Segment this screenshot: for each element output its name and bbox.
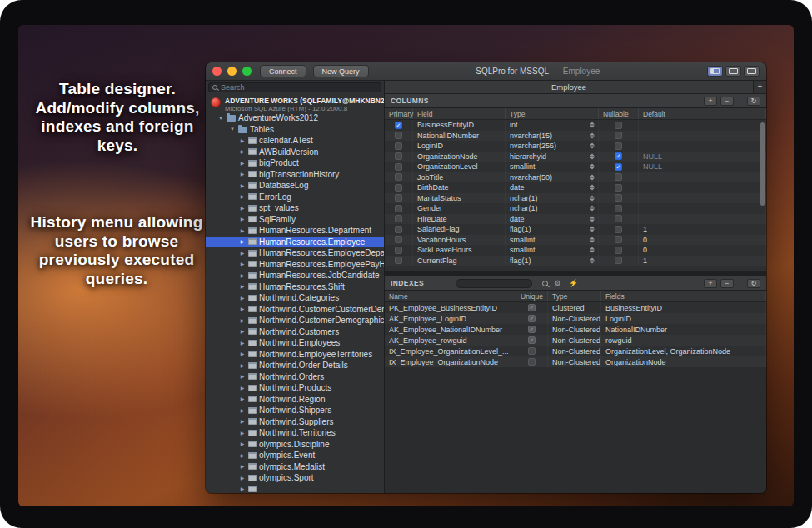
column-row[interactable]: SickLeaveHourssmallint0 [385,245,766,256]
primary-checkbox[interactable] [395,205,402,212]
disclosure-closed-icon[interactable]: ▶ [239,205,246,212]
index-type-cell[interactable]: Non-Clustered [548,346,601,356]
disclosure-closed-icon[interactable]: ▶ [239,407,246,414]
header-index-type[interactable]: Type [548,291,601,301]
unique-checkbox[interactable]: ✓ [528,336,536,344]
index-type-cell[interactable]: Non-Clustered [548,335,601,346]
disclosure-closed-icon[interactable]: ▶ [239,317,246,324]
default-cell[interactable] [639,203,766,214]
remove-column-button[interactable]: − [720,97,734,106]
default-cell[interactable] [639,120,766,131]
sidebar-item-table[interactable]: ▶ErrorLog [206,192,384,203]
header-default[interactable]: Default [639,108,766,119]
sidebar-item-table[interactable]: ▶HumanResources.Employee [206,237,384,248]
default-cell[interactable]: NULL [639,162,766,172]
index-fields-cell[interactable]: OrganizationNode [601,356,766,367]
type-cell[interactable]: nchar(1) [506,203,599,214]
default-cell[interactable]: 0 [639,235,766,246]
disclosure-closed-icon[interactable]: ▶ [239,171,246,177]
sidebar-item-table[interactable]: ▶Northwind.Orders [206,371,384,383]
unique-checkbox[interactable] [528,347,536,355]
header-primary[interactable]: Primary [385,108,413,119]
field-cell[interactable]: Gender [413,203,506,214]
disclosure-closed-icon[interactable]: ▶ [239,328,246,335]
view-toggle-editor-button[interactable] [725,66,741,77]
lightning-icon[interactable]: ⚡ [567,279,580,288]
minimize-window-button[interactable] [227,67,237,76]
header-field[interactable]: Field [413,108,506,119]
disclosure-closed-icon[interactable]: ▶ [239,295,246,301]
field-cell[interactable]: BirthDate [413,182,506,193]
disclosure-closed-icon[interactable]: ▶ [239,452,246,459]
tab-employee[interactable]: Employee [385,81,753,93]
column-row[interactable]: LoginIDnvarchar(256) [385,141,766,152]
disclosure-closed-icon[interactable]: ▶ [239,182,246,189]
refresh-indexes-button[interactable]: ↻ [747,279,760,288]
disclosure-closed-icon[interactable]: ▶ [239,430,246,436]
column-row[interactable]: NationalIDNumbernvarchar(15) [385,131,766,142]
nullable-checkbox[interactable] [615,142,622,150]
sidebar-item-table[interactable]: ▶Northwind.Products [206,382,384,394]
index-row[interactable]: AK_Employee_LoginID✓Non-ClusteredLoginID [385,313,766,324]
search-icon[interactable] [542,281,548,286]
index-name-cell[interactable]: IX_Employee_OrganizationLevel_... [385,346,516,356]
sidebar-item-table[interactable]: ▶HumanResources.EmployeePayHistory [206,259,384,271]
disclosure-closed-icon[interactable]: ▶ [239,463,246,470]
disclosure-closed-icon[interactable]: ▶ [239,148,246,155]
wrench-icon[interactable]: ⚙ [551,279,564,288]
type-stepper-icon[interactable] [590,185,595,191]
disclosure-closed-icon[interactable]: ▶ [239,306,246,312]
sidebar-item-table[interactable]: ▶Northwind.EmployeeTerritories [206,349,384,361]
add-column-button[interactable]: + [704,97,717,106]
disclosure-closed-icon[interactable]: ▶ [239,160,246,167]
nullable-checkbox[interactable] [615,184,622,192]
field-cell[interactable]: JobTitle [413,172,506,183]
index-row[interactable]: IX_Employee_OrganizationNodeNon-Clustere… [385,356,766,367]
nullable-checkbox[interactable] [615,122,622,129]
primary-checkbox[interactable] [395,194,402,202]
default-cell[interactable]: NULL [639,152,766,162]
disclosure-closed-icon[interactable]: ▶ [239,272,246,279]
primary-checkbox[interactable]: ✓ [395,122,402,129]
primary-checkbox[interactable] [395,236,402,243]
index-name-cell[interactable]: AK_Employee_LoginID [385,313,516,324]
type-stepper-icon[interactable] [590,206,595,212]
type-stepper-icon[interactable] [590,227,595,232]
default-cell[interactable]: 0 [639,245,766,256]
index-fields-cell[interactable]: NationalIDNumber [601,324,766,335]
disclosure-closed-icon[interactable]: ▶ [239,385,246,391]
column-row[interactable]: OrganizationLevelsmallint✓NULL [385,162,766,172]
header-index-unique[interactable]: Unique [516,291,548,301]
columns-scrollbar[interactable] [760,122,765,206]
default-cell[interactable]: 1 [639,224,766,235]
sidebar-item-table[interactable]: ▶bigTransactionHistory [206,169,384,181]
index-row[interactable]: AK_Employee_NationalIDNumber✓Non-Cluster… [385,324,766,335]
new-query-button[interactable]: New Query [313,65,369,77]
sidebar-item-table[interactable]: ▶Northwind.Region [206,394,384,406]
type-stepper-icon[interactable] [590,153,595,159]
default-cell[interactable] [639,182,766,193]
sidebar-item-table[interactable]: ▶Northwind.Employees [206,337,384,349]
default-cell[interactable] [639,172,766,183]
index-type-cell[interactable]: Non-Clustered [548,324,601,335]
sidebar-item-table[interactable]: ▶SqlFamily [206,214,384,226]
field-cell[interactable]: CurrentFlag [413,256,506,266]
sidebar-item-table[interactable]: ▶olympics.Sport [206,472,384,484]
default-cell[interactable] [639,214,766,225]
column-row[interactable]: BirthDatedate [385,182,766,193]
column-row[interactable]: Gendernchar(1) [385,203,766,214]
disclosure-closed-icon[interactable]: ▶ [239,250,246,257]
field-cell[interactable]: HireDate [413,214,506,225]
connection-item[interactable]: ADVENTURE WORKS (SQLFAMILY@MHKNBN2KDZ) M… [206,94,384,112]
disclosure-closed-icon[interactable]: ▶ [239,137,246,144]
type-cell[interactable]: hierarchyid [506,152,599,162]
nullable-checkbox[interactable] [615,205,622,212]
disclosure-closed-icon[interactable]: ▶ [239,340,246,346]
column-row[interactable]: HireDatedate [385,214,766,225]
type-cell[interactable]: smallint [506,162,599,172]
sidebar-item-table[interactable]: ▶olympics.Event [206,450,384,461]
type-cell[interactable]: nchar(1) [506,193,599,204]
type-stepper-icon[interactable] [590,122,595,128]
field-cell[interactable]: OrganizationNode [413,152,506,162]
type-stepper-icon[interactable] [590,216,595,222]
